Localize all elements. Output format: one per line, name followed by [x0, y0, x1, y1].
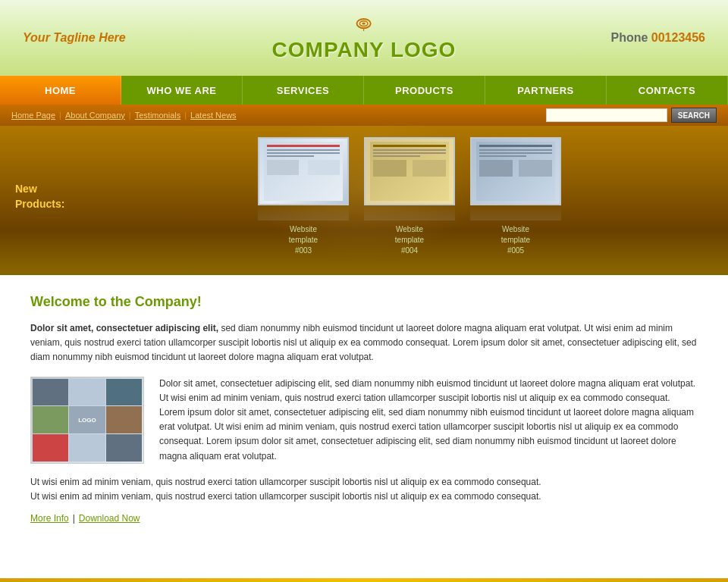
nav-who-we-are[interactable]: WHO WE ARE: [121, 76, 243, 105]
phone-display: Phone 00123456: [610, 31, 705, 44]
img-cell-8: [69, 434, 105, 462]
banner-item-2[interactable]: Website template #004: [364, 137, 455, 256]
banner-label: NewProducts:: [15, 182, 91, 211]
link-separator: |: [73, 513, 75, 524]
welcome-title: Welcome to the Company!: [30, 294, 698, 310]
nav-partners[interactable]: PARTNERS: [485, 76, 607, 105]
download-link[interactable]: Download Now: [79, 513, 140, 524]
subnav-sep2: |: [129, 111, 131, 120]
img-cell-7: [33, 434, 68, 462]
search-button[interactable]: SEARCH: [671, 108, 717, 123]
subnav-about[interactable]: About Company: [65, 111, 125, 120]
nav-contacts[interactable]: CONTACTS: [607, 76, 728, 105]
search-input[interactable]: [546, 108, 667, 122]
bottom-text-2-content: Ut wisi enim ad minim veniam, quis nostr…: [30, 491, 541, 502]
banner-reflection-1: [258, 205, 349, 221]
content-paragraph: Dolor sit amet, consectetuer adipiscing …: [159, 377, 698, 464]
banner: NewProducts: Website tem: [0, 126, 728, 275]
header: Your Tagline Here COMPANY LOGO Phone 001…: [0, 0, 728, 76]
img-cell-6: [106, 406, 142, 433]
tagline: Your Tagline Here: [23, 31, 126, 45]
main-nav: HOME WHO WE ARE SERVICES PRODUCTS PARTNE…: [0, 76, 728, 105]
links-row: More Info | Download Now: [30, 513, 698, 524]
content-block: LOGO Dolor sit amet, consectetuer adipis…: [30, 377, 698, 464]
banner-thumb-1: [258, 137, 349, 205]
img-cell-4: [33, 406, 68, 433]
search-area: SEARCH: [546, 108, 717, 123]
nav-products[interactable]: PRODUCTS: [364, 76, 485, 105]
img-cell-1: [33, 379, 68, 406]
logo-area: COMPANY LOGO: [272, 14, 457, 62]
img-cell-logo: LOGO: [69, 406, 105, 433]
nav-home[interactable]: HOME: [0, 76, 121, 105]
company-logo-text: COMPANY LOGO: [272, 38, 457, 62]
logo-icon: [350, 14, 378, 36]
phone-number: 00123456: [651, 31, 705, 44]
banner-caption-3: Website template #005: [470, 224, 561, 256]
banner-thumb-2: [364, 137, 455, 205]
subnav-testimonials[interactable]: Testimonials: [135, 111, 181, 120]
intro-bold: Dolor sit amet, consectetuer adipiscing …: [30, 323, 218, 333]
svg-point-2: [362, 22, 366, 24]
banner-caption-2: Website template #004: [364, 224, 455, 256]
bottom-text-1: Ut wisi enim ad minim veniam, quis nostr…: [30, 475, 698, 504]
content-image: LOGO: [30, 377, 144, 464]
more-info-link[interactable]: More Info: [30, 513, 69, 524]
banner-item-3[interactable]: Website template #005: [470, 137, 561, 256]
banner-item-1[interactable]: Website template #003: [258, 137, 349, 256]
nav-services[interactable]: SERVICES: [243, 76, 364, 105]
banner-items: Website template #003: [106, 137, 713, 256]
intro-paragraph: Dolor sit amet, consectetuer adipiscing …: [30, 321, 698, 365]
subnav: Home Page | About Company | Testimonials…: [0, 105, 728, 126]
img-cell-3: [106, 379, 142, 406]
subnav-sep1: |: [59, 111, 61, 120]
phone-area: Phone 00123456: [610, 31, 705, 45]
img-cell-2: [69, 379, 105, 406]
phone-label: Phone: [610, 31, 648, 44]
main-content: Welcome to the Company! Dolor sit amet, …: [0, 275, 728, 578]
banner-caption-1: Website template #003: [258, 224, 349, 256]
img-cell-9: [106, 434, 142, 462]
bottom-text-1-content: Ut wisi enim ad minim veniam, quis nostr…: [30, 477, 541, 487]
banner-reflection-3: [470, 205, 561, 221]
subnav-news[interactable]: Latest News: [190, 111, 237, 120]
subnav-sep3: |: [184, 111, 187, 120]
banner-thumb-3: [470, 137, 561, 205]
gold-separator: [0, 578, 728, 582]
subnav-home[interactable]: Home Page: [11, 111, 55, 120]
banner-reflection-2: [364, 205, 455, 221]
